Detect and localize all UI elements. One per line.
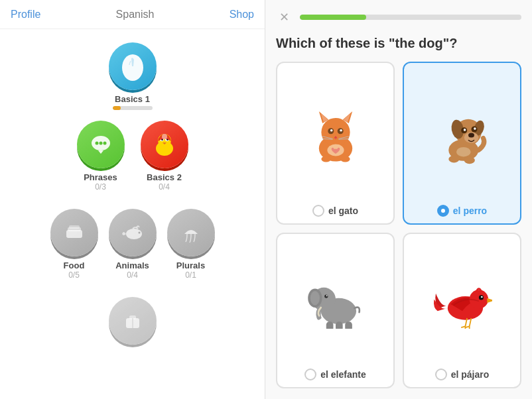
- svg-point-28: [330, 129, 332, 132]
- svg-point-49: [448, 155, 459, 162]
- svg-point-16: [138, 232, 140, 234]
- phrases-label: Phrases: [84, 172, 117, 182]
- progress-fill: [300, 15, 366, 20]
- basics2-progress: 0/4: [159, 182, 170, 192]
- answer-card-gato[interactable]: el gato: [276, 62, 395, 225]
- svg-point-64: [481, 296, 483, 298]
- skill-plurals[interactable]: Plurals 0/1: [167, 209, 215, 280]
- answer-card-perro[interactable]: el perro: [403, 62, 521, 225]
- bird-svg: [432, 276, 492, 329]
- skill-extra[interactable]: [109, 297, 157, 349]
- svg-point-11: [162, 134, 167, 139]
- jellyfish-icon: [179, 221, 203, 245]
- svg-rect-14: [69, 225, 80, 229]
- extra-circle: [109, 297, 157, 345]
- left-content: Basics 1 Phrases 0/3: [0, 29, 265, 399]
- plurals-progress: 0/1: [185, 270, 196, 280]
- basics1-circle: [109, 42, 157, 90]
- plurals-label: Plurals: [176, 260, 205, 270]
- answer-card-pajaro[interactable]: el pájaro: [403, 233, 521, 389]
- perro-text: el perro: [453, 205, 487, 216]
- elefante-text: el elefante: [320, 369, 366, 380]
- phrases-circle: [77, 121, 125, 168]
- skill-phrases[interactable]: Phrases 0/3: [77, 121, 125, 192]
- basics1-label: Basics 1: [115, 94, 150, 104]
- basics2-circle: [141, 121, 188, 168]
- food-circle: [50, 209, 98, 256]
- skill-animals[interactable]: Animals 0/4: [109, 209, 157, 280]
- svg-rect-60: [345, 322, 352, 329]
- svg-point-50: [464, 156, 474, 164]
- progress-track: [300, 15, 521, 20]
- plurals-circle: [167, 209, 215, 256]
- left-panel: Profile Spanish Shop Basics 1: [0, 0, 265, 399]
- svg-point-55: [310, 291, 319, 305]
- svg-point-47: [463, 129, 466, 131]
- elefante-label-row: el elefante: [304, 369, 366, 380]
- food-icon: [62, 221, 86, 245]
- language-title: Spanish: [116, 9, 155, 21]
- animals-circle: [109, 209, 157, 256]
- svg-point-48: [474, 127, 476, 130]
- answer-card-elefante[interactable]: el elefante: [276, 233, 395, 389]
- animals-progress: 0/4: [127, 270, 138, 280]
- gato-radio[interactable]: [312, 205, 324, 217]
- phrases-progress: 0/3: [95, 182, 106, 192]
- svg-point-38: [340, 156, 350, 162]
- svg-point-4: [103, 142, 106, 145]
- row2: Food 0/5: [50, 209, 215, 290]
- elephant-illustration: [283, 242, 388, 364]
- basics2-label: Basics 2: [147, 172, 182, 182]
- svg-point-44: [468, 133, 474, 137]
- gato-text: el gato: [328, 205, 358, 216]
- animals-label: Animals: [115, 260, 149, 270]
- svg-point-57: [326, 296, 327, 297]
- pajaro-radio[interactable]: [435, 369, 447, 380]
- whale-icon: [121, 221, 145, 245]
- skill-basics1[interactable]: Basics 1: [109, 42, 157, 110]
- elephant-svg: [306, 276, 366, 329]
- pajaro-label-row: el pájaro: [435, 369, 490, 380]
- cat-svg: [306, 105, 366, 165]
- shop-link[interactable]: Shop: [230, 9, 254, 21]
- elefante-radio[interactable]: [304, 369, 316, 380]
- svg-rect-59: [336, 322, 343, 329]
- question-text: Which of these is "the dog"?: [265, 30, 532, 62]
- suitcase-icon: [121, 309, 145, 333]
- cat-illustration: [283, 71, 388, 200]
- skill-food[interactable]: Food 0/5: [50, 209, 98, 280]
- chat-icon: [89, 133, 113, 156]
- svg-point-56: [324, 295, 328, 298]
- svg-point-3: [99, 142, 102, 145]
- skill-basics2[interactable]: Basics 2 0/4: [141, 121, 188, 192]
- svg-line-69: [465, 327, 469, 328]
- close-button[interactable]: ✕: [276, 9, 292, 25]
- svg-point-2: [95, 142, 98, 145]
- svg-point-37: [321, 156, 330, 162]
- left-header: Profile Spanish Shop: [0, 0, 265, 29]
- pajaro-text: el pájaro: [451, 369, 490, 380]
- gato-label-row: el gato: [312, 205, 358, 217]
- egg-icon: [119, 52, 146, 82]
- chick-icon: [151, 131, 178, 158]
- svg-point-51: [456, 147, 471, 156]
- answer-grid: el gato: [265, 62, 532, 399]
- perro-label-row: el perro: [437, 205, 487, 217]
- basics1-progress-bar: [113, 106, 153, 110]
- svg-point-15: [126, 229, 142, 239]
- svg-rect-58: [326, 322, 333, 329]
- svg-point-21: [321, 118, 350, 146]
- dog-illustration: [409, 71, 515, 200]
- svg-line-67: [461, 327, 465, 328]
- profile-link[interactable]: Profile: [11, 9, 40, 21]
- right-panel: ✕ Which of these is "the dog"?: [265, 0, 532, 399]
- row1: Phrases 0/3: [77, 121, 188, 202]
- perro-radio[interactable]: [437, 205, 449, 217]
- bird-illustration: [409, 242, 515, 364]
- food-label: Food: [64, 260, 85, 270]
- food-progress: 0/5: [68, 270, 80, 280]
- svg-point-29: [340, 129, 342, 132]
- dog-svg: [432, 105, 492, 165]
- basics1-progress-fill: [113, 106, 121, 110]
- right-header: ✕: [265, 0, 532, 30]
